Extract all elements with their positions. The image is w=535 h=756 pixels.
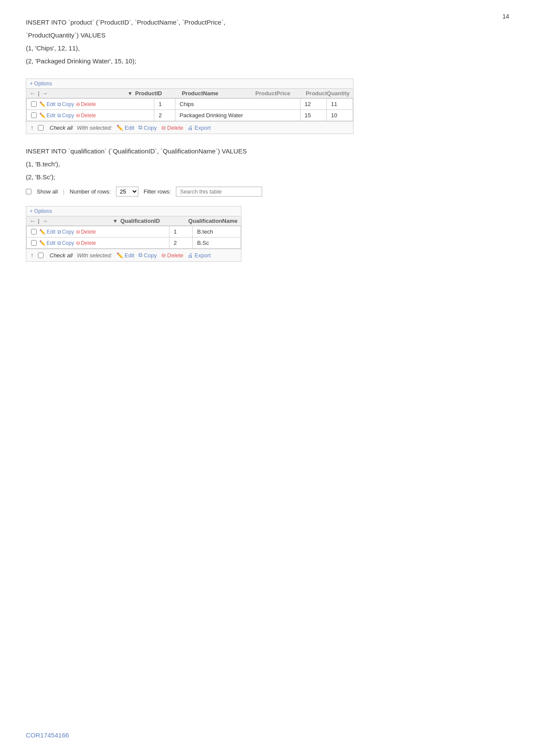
qual-row-2-edit[interactable]: ✏️ Edit	[39, 240, 56, 246]
product-nav-bar-sep: |	[38, 90, 39, 97]
product-row-2-checkbox[interactable]	[31, 112, 37, 118]
qual-nav-right[interactable]: →	[42, 218, 47, 224]
qual-col-qualificationid: QualificationID	[120, 218, 160, 224]
product-sql-line-3: (1, 'Chips', 12, 11),	[26, 43, 509, 53]
product-row-1-id: 1	[154, 99, 175, 110]
product-row-2: ✏️ Edit ⧉ Copy ⊖ Delete	[27, 110, 353, 121]
qual-row-2: ✏️ Edit ⧉ Copy ⊖ Delete	[27, 237, 241, 249]
qual-sort-icon[interactable]: ↑	[31, 252, 34, 259]
qual-check-all-label: Check all	[50, 252, 72, 259]
qual-num-rows-select[interactable]: 25 50 100	[116, 187, 138, 197]
qual-row-1-actions: ✏️ Edit ⧉ Copy ⊖ Delete	[27, 226, 169, 237]
qual-footer-export[interactable]: 🖨 Export	[188, 252, 211, 259]
product-footer-delete[interactable]: ⊖ Delete	[161, 125, 184, 131]
product-footer-copy-icon: ⧉	[138, 124, 142, 131]
product-row-2-delete[interactable]: ⊖ Delete	[76, 112, 96, 119]
qual-sql-line-1: INSERT INTO `qualification` (`Qualificat…	[26, 146, 509, 156]
qual-edit-icon-2: ✏️	[39, 240, 46, 246]
qual-nav-bar: ← | → ▼ QualificationID QualificationNam…	[26, 216, 241, 226]
product-col-productname: ProductName	[165, 90, 219, 97]
qual-row-1-name: B.tech	[193, 226, 241, 237]
qual-copy-icon-2: ⧉	[57, 240, 61, 246]
qual-footer-copy[interactable]: ⧉ Copy	[138, 252, 156, 259]
delete-icon-2: ⊖	[76, 112, 80, 119]
qual-row-2-copy[interactable]: ⧉ Copy	[57, 240, 74, 246]
product-row-1-edit[interactable]: ✏️ Edit	[39, 101, 56, 107]
qual-table-footer: ↑ Check all With selected: ✏️ Edit ⧉ Cop…	[26, 249, 241, 261]
qual-footer-export-icon: 🖨	[188, 252, 193, 259]
product-col-productquantity: ProductQuantity	[293, 90, 350, 97]
qual-row-1-copy[interactable]: ⧉ Copy	[57, 229, 74, 235]
product-col-productprice: ProductPrice	[221, 90, 290, 97]
qual-footer-edit-icon: ✏️	[116, 252, 123, 259]
qualification-table-section: + Options ← | → ▼ QualificationID Qualif…	[26, 206, 241, 262]
qual-row-2-checkbox[interactable]	[31, 240, 37, 246]
product-row-2-copy[interactable]: ⧉ Copy	[57, 112, 74, 119]
qual-row-1-edit[interactable]: ✏️ Edit	[39, 229, 56, 235]
copy-icon: ⧉	[57, 101, 61, 107]
page-footer-code: COR17454166	[26, 731, 69, 739]
qualification-table: ✏️ Edit ⧉ Copy ⊖ Delete	[26, 226, 241, 249]
product-nav-left[interactable]: ←	[30, 90, 35, 97]
qual-row-1-checkbox[interactable]	[31, 229, 37, 234]
qual-search-input[interactable]	[176, 187, 262, 197]
edit-icon: ✏️	[39, 101, 46, 107]
product-row-2-id: 2	[154, 110, 175, 121]
qual-show-all-checkbox[interactable]	[26, 189, 31, 194]
product-table-footer: ↑ Check all With selected: ✏️ Edit ⧉ Cop…	[26, 121, 353, 134]
qual-filter-rows-label: Filter rows:	[144, 188, 171, 195]
qual-nav-left[interactable]: ←	[30, 218, 35, 224]
product-row-1-name: Chips	[175, 99, 300, 110]
product-nav-right[interactable]: →	[42, 90, 47, 97]
qual-col-qualificationname: QualificationName	[163, 218, 238, 224]
qual-row-2-actions: ✏️ Edit ⧉ Copy ⊖ Delete	[27, 237, 169, 249]
product-footer-copy[interactable]: ⧉ Copy	[138, 124, 156, 131]
qual-show-all-label: Show all	[37, 188, 58, 195]
product-row-2-name: Packaged Drinking Water	[175, 110, 300, 121]
product-footer-edit[interactable]: ✏️ Edit	[116, 125, 134, 131]
qual-nav-bar-sep: |	[38, 218, 39, 224]
product-footer-export[interactable]: 🖨 Export	[188, 125, 211, 131]
qualification-sql-block: INSERT INTO `qualification` (`Qualificat…	[26, 146, 509, 182]
product-options-bar[interactable]: + Options	[26, 79, 353, 89]
product-row-2-actions: ✏️ Edit ⧉ Copy ⊖ Delete	[27, 110, 154, 121]
qual-sql-line-3: (2, 'B.Sc');	[26, 172, 509, 182]
qual-row-2-delete[interactable]: ⊖ Delete	[76, 240, 96, 246]
qual-num-rows-label: Number of rows:	[70, 188, 111, 195]
qual-options-bar[interactable]: + Options	[26, 206, 241, 216]
product-row-1-copy[interactable]: ⧉ Copy	[57, 101, 74, 107]
product-row-1-delete[interactable]: ⊖ Delete	[76, 101, 96, 107]
product-sql-line-2: `ProductQuantity`) VALUES	[26, 30, 509, 41]
qual-check-all-checkbox[interactable]	[38, 253, 44, 258]
qual-row-2-name: B.Sc	[193, 237, 241, 249]
qual-row-1-delete[interactable]: ⊖ Delete	[76, 229, 96, 235]
product-row-2-price: 15	[300, 110, 326, 121]
product-with-selected: With selected:	[77, 125, 112, 131]
product-table: ✏️ Edit ⧉ Copy ⊖ Delete	[26, 98, 353, 121]
product-sort-icon[interactable]: ↑	[31, 124, 34, 131]
product-row-1-actions: ✏️ Edit ⧉ Copy ⊖ Delete	[27, 99, 154, 110]
qual-footer-edit[interactable]: ✏️ Edit	[116, 252, 134, 259]
product-row-1: ✏️ Edit ⧉ Copy ⊖ Delete	[27, 99, 353, 110]
product-check-all-checkbox[interactable]	[38, 125, 44, 131]
product-row-1-price: 12	[300, 99, 326, 110]
qual-footer-delete[interactable]: ⊖ Delete	[161, 252, 184, 259]
qual-footer-delete-icon: ⊖	[161, 252, 166, 259]
qual-row-2-id: 2	[169, 237, 192, 249]
qual-row-1-id: 1	[169, 226, 192, 237]
product-table-section: + Options ← | → ▼ ProductID ProductName …	[26, 78, 354, 134]
qual-delete-icon-1: ⊖	[76, 229, 80, 235]
qualification-filter-row: Show all | Number of rows: 25 50 100 Fil…	[26, 187, 509, 197]
product-filter-icon[interactable]: ▼	[128, 91, 133, 97]
qual-edit-icon-1: ✏️	[39, 229, 46, 235]
product-row-1-checkbox[interactable]	[31, 101, 37, 107]
qual-filter-icon[interactable]: ▼	[113, 218, 118, 224]
edit-icon-2: ✏️	[39, 112, 46, 119]
product-col-productid: ProductID	[135, 90, 162, 97]
product-check-all-label: Check all	[50, 125, 72, 131]
qual-filter-divider: |	[63, 188, 64, 195]
product-row-1-quantity: 11	[326, 99, 353, 110]
product-row-2-edit[interactable]: ✏️ Edit	[39, 112, 56, 119]
product-sql-block: INSERT INTO `product` (`ProductID`, `Pro…	[26, 17, 509, 66]
product-sql-line-1: INSERT INTO `product` (`ProductID`, `Pro…	[26, 17, 509, 28]
